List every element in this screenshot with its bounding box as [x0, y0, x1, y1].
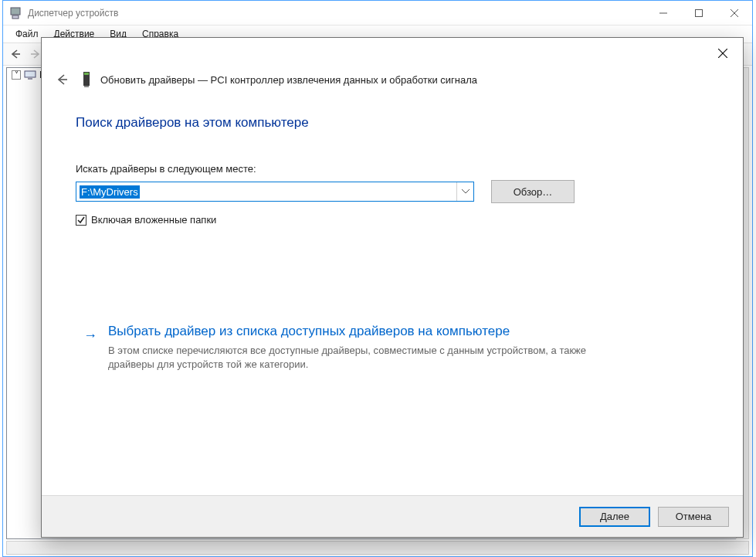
horizontal-scrollbar[interactable]	[6, 541, 749, 555]
pick-from-list-description: В этом списке перечисляются все доступны…	[108, 344, 587, 371]
window-controls	[646, 1, 752, 25]
pick-from-list-title: Выбрать драйвер из списка доступных драй…	[108, 324, 695, 339]
include-subfolders-label: Включая вложенные папки	[91, 214, 216, 226]
update-driver-dialog: Обновить драйверы — PCI контроллер извле…	[41, 37, 744, 538]
svg-rect-1	[12, 15, 19, 19]
window-title: Диспетчер устройств	[28, 8, 646, 19]
svg-rect-3	[696, 9, 703, 16]
app-icon	[9, 7, 22, 19]
back-button[interactable]	[51, 69, 73, 90]
browse-button[interactable]: Обзор…	[491, 180, 575, 203]
section-title: Поиск драйверов на этом компьютере	[76, 115, 309, 131]
svg-rect-17	[84, 73, 89, 75]
computer-icon	[24, 69, 36, 81]
svg-rect-12	[28, 78, 32, 80]
device-icon	[80, 70, 93, 89]
search-location-label: Искать драйверы в следующем месте:	[76, 163, 256, 175]
next-button[interactable]: Далее	[579, 507, 650, 527]
collapse-icon[interactable]: ˅	[12, 70, 21, 80]
cancel-button[interactable]: Отмена	[658, 507, 729, 527]
nav-back-icon[interactable]	[6, 45, 25, 63]
dialog-close-button[interactable]	[710, 42, 735, 64]
dialog-title: Обновить драйверы — PCI контроллер извле…	[100, 74, 477, 86]
maximize-button[interactable]	[681, 1, 717, 25]
titlebar: Диспетчер устройств	[3, 1, 752, 25]
include-subfolders-row[interactable]: Включая вложенные папки	[76, 214, 216, 226]
close-button[interactable]	[717, 1, 752, 25]
pick-from-list-option[interactable]: → Выбрать драйвер из списка доступных др…	[85, 324, 695, 371]
driver-path-value[interactable]: F:\MyDrivers	[76, 182, 456, 201]
chevron-down-icon[interactable]	[456, 182, 473, 201]
minimize-button[interactable]	[646, 1, 681, 25]
include-subfolders-checkbox[interactable]	[76, 215, 86, 226]
dialog-header: Обновить драйверы — PCI контроллер извле…	[51, 69, 477, 90]
svg-rect-11	[25, 71, 36, 77]
arrow-right-icon: →	[83, 328, 97, 342]
dialog-footer: Далее Отмена	[42, 495, 743, 537]
driver-path-selected-text: F:\MyDrivers	[80, 185, 140, 199]
svg-rect-0	[11, 8, 20, 15]
svg-rect-18	[84, 86, 89, 87]
driver-path-combobox[interactable]: F:\MyDrivers	[76, 182, 474, 202]
